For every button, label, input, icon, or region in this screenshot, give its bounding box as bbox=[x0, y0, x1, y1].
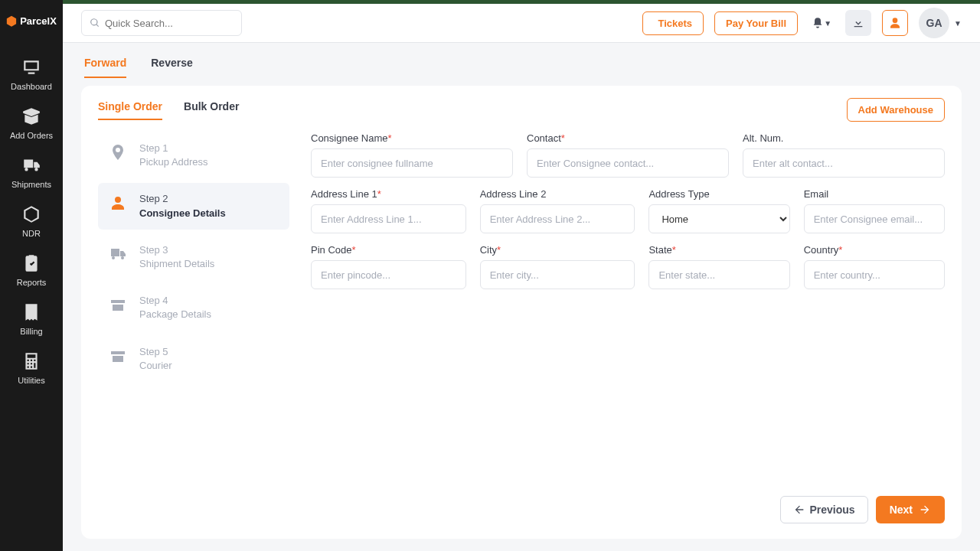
step-desc: Pickup Address bbox=[139, 155, 208, 169]
step-shipment-details[interactable]: Step 3Shipment Details bbox=[98, 234, 289, 280]
label-alt-num: Alt. Num. bbox=[743, 132, 945, 144]
field-address-line-2: Address Line 2 bbox=[480, 188, 635, 233]
download-icon bbox=[852, 17, 864, 29]
logo-icon: ⬢ bbox=[6, 14, 17, 28]
country-input[interactable] bbox=[804, 260, 945, 289]
main: Tickets Pay Your Bill ▼ GA ▼ Forward Rev… bbox=[63, 0, 980, 551]
clipboard-check-icon bbox=[21, 253, 41, 273]
cube-icon bbox=[21, 204, 41, 224]
step-label: Step 3 bbox=[139, 243, 214, 257]
previous-label: Previous bbox=[810, 504, 855, 516]
address-type-select[interactable]: Home bbox=[648, 204, 789, 233]
sidebar-item-label: Shipments bbox=[11, 180, 51, 189]
chevron-down-icon: ▼ bbox=[824, 19, 831, 28]
step-label: Step 5 bbox=[139, 345, 172, 359]
notifications-button[interactable]: ▼ bbox=[808, 10, 835, 36]
sidebar-item-label: Reports bbox=[17, 278, 47, 287]
sidebar-item-label: Billing bbox=[20, 327, 42, 336]
state-input[interactable] bbox=[648, 260, 789, 289]
sidebar-item-shipments[interactable]: Shipments bbox=[0, 148, 63, 197]
step-desc: Shipment Details bbox=[139, 257, 214, 271]
tab-forward[interactable]: Forward bbox=[84, 57, 126, 78]
person-icon bbox=[109, 194, 129, 215]
next-button[interactable]: Next bbox=[876, 496, 945, 523]
field-email: Email bbox=[804, 188, 945, 233]
label-address-line-1: Address Line 1* bbox=[311, 188, 466, 200]
tab-reverse[interactable]: Reverse bbox=[151, 57, 193, 78]
field-state: State* bbox=[648, 244, 789, 289]
label-consignee-name: Consignee Name* bbox=[311, 132, 513, 144]
sidebar-item-label: Dashboard bbox=[11, 82, 52, 91]
field-address-line-1: Address Line 1* bbox=[311, 188, 466, 233]
tickets-button[interactable]: Tickets bbox=[642, 11, 704, 35]
step-courier[interactable]: Step 5Courier bbox=[98, 336, 289, 382]
field-address-type: Address Type Home bbox=[648, 188, 789, 233]
sidebar-item-dashboard[interactable]: Dashboard bbox=[0, 50, 63, 99]
sidebar-item-ndr[interactable]: NDR bbox=[0, 197, 63, 246]
add-warehouse-button[interactable]: Add Warehouse bbox=[847, 98, 945, 122]
label-state: State* bbox=[648, 244, 789, 256]
contact-input[interactable] bbox=[527, 148, 729, 178]
step-consignee-details[interactable]: Step 2Consignee Details bbox=[98, 183, 289, 229]
label-city: City* bbox=[480, 244, 635, 256]
previous-button[interactable]: Previous bbox=[780, 496, 868, 523]
stepper: Step 1Pickup Address Step 2Consignee Det… bbox=[98, 132, 289, 523]
user-menu[interactable]: GA ▼ bbox=[919, 8, 962, 38]
sidebar-item-reports[interactable]: Reports bbox=[0, 246, 63, 295]
label-address-line-2: Address Line 2 bbox=[480, 188, 635, 200]
tab-bulk-order[interactable]: Bulk Order bbox=[184, 100, 239, 120]
tab-single-order[interactable]: Single Order bbox=[98, 100, 162, 120]
step-label: Step 4 bbox=[139, 294, 211, 308]
email-input[interactable] bbox=[804, 204, 945, 233]
order-card: Single Order Bulk Order Add Warehouse St… bbox=[81, 86, 962, 539]
step-label: Step 2 bbox=[139, 192, 226, 206]
form-footer: Previous Next bbox=[311, 478, 945, 523]
next-label: Next bbox=[890, 504, 913, 516]
address-line-1-input[interactable] bbox=[311, 204, 466, 233]
field-country: Country* bbox=[804, 244, 945, 289]
label-country: Country* bbox=[804, 244, 945, 256]
field-consignee-name: Consignee Name* bbox=[311, 132, 513, 178]
pin-code-input[interactable] bbox=[311, 260, 466, 289]
package-icon bbox=[109, 347, 129, 368]
alt-num-input[interactable] bbox=[743, 148, 945, 178]
sidebar-item-label: Add Orders bbox=[10, 131, 53, 140]
label-email: Email bbox=[804, 188, 945, 200]
consignee-name-input[interactable] bbox=[311, 148, 513, 178]
step-desc: Package Details bbox=[139, 308, 211, 321]
search-input[interactable] bbox=[105, 18, 234, 29]
sidebar-item-utilities[interactable]: Utilities bbox=[0, 344, 63, 393]
field-city: City* bbox=[480, 244, 635, 289]
label-address-type: Address Type bbox=[648, 188, 789, 200]
sidebar-item-label: NDR bbox=[22, 229, 41, 238]
sidebar-item-billing[interactable]: Billing bbox=[0, 295, 63, 344]
calculator-icon bbox=[21, 351, 41, 371]
sidebar-item-add-orders[interactable]: Add Orders bbox=[0, 99, 63, 148]
step-package-details[interactable]: Step 4Package Details bbox=[98, 285, 289, 331]
pay-bill-label: Pay Your Bill bbox=[726, 18, 786, 29]
box-open-icon bbox=[21, 106, 41, 126]
address-line-2-input[interactable] bbox=[480, 204, 635, 233]
avatar: GA bbox=[919, 8, 949, 38]
user-initials: GA bbox=[926, 17, 942, 29]
step-pickup-address[interactable]: Step 1Pickup Address bbox=[98, 132, 289, 178]
step-desc: Consignee Details bbox=[139, 207, 226, 220]
profile-button[interactable] bbox=[882, 10, 908, 36]
download-button[interactable] bbox=[845, 10, 871, 36]
search-box[interactable] bbox=[81, 10, 242, 36]
sidebar-item-label: Utilities bbox=[18, 376, 44, 385]
search-icon bbox=[90, 18, 100, 28]
card-header: Single Order Bulk Order Add Warehouse bbox=[98, 98, 945, 122]
top-tabs: Forward Reverse bbox=[63, 43, 980, 78]
box-icon bbox=[109, 295, 129, 317]
arrow-left-icon bbox=[793, 504, 805, 516]
step-label: Step 1 bbox=[139, 142, 208, 155]
map-pin-icon bbox=[109, 143, 129, 165]
truck-icon bbox=[21, 155, 41, 175]
pay-bill-button[interactable]: Pay Your Bill bbox=[714, 11, 798, 35]
city-input[interactable] bbox=[480, 260, 635, 289]
inner-tabs: Single Order Bulk Order bbox=[98, 100, 239, 120]
brand-name: ParcelX bbox=[20, 15, 57, 27]
monitor-icon bbox=[21, 57, 41, 77]
truck-icon bbox=[109, 245, 129, 266]
